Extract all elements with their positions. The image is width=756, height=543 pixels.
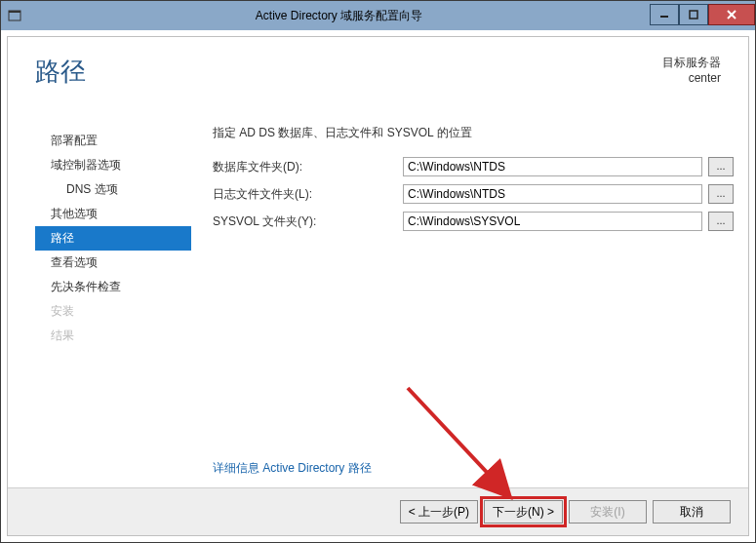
- target-server-label: 目标服务器: [662, 55, 721, 71]
- path-input[interactable]: [403, 157, 702, 176]
- sidebar-item: 安装: [35, 299, 191, 324]
- window-controls: [650, 5, 755, 26]
- page-title: 路径: [35, 55, 86, 89]
- svg-rect-1: [9, 11, 20, 13]
- path-input[interactable]: [403, 184, 702, 204]
- previous-button[interactable]: < 上一步(P): [400, 500, 478, 524]
- minimize-button[interactable]: [650, 4, 679, 25]
- next-button[interactable]: 下一步(N) >: [484, 500, 563, 524]
- sidebar-item[interactable]: 查看选项: [35, 251, 191, 275]
- window-title: Active Directory 域服务配置向导: [28, 8, 650, 24]
- browse-button[interactable]: ...: [708, 212, 734, 231]
- sidebar-item: 结果: [35, 324, 191, 348]
- field-row: 日志文件文件夹(L):...: [213, 184, 734, 204]
- target-server-block: 目标服务器 center: [662, 55, 721, 85]
- app-icon: [1, 1, 28, 30]
- field-row: 数据库文件夹(D):...: [213, 157, 734, 176]
- cancel-button[interactable]: 取消: [653, 500, 731, 524]
- fields-container: 数据库文件夹(D):...日志文件文件夹(L):...SYSVOL 文件夹(Y)…: [213, 157, 734, 231]
- instruction-text: 指定 AD DS 数据库、日志文件和 SYSVOL 的位置: [213, 125, 734, 141]
- sidebar-item[interactable]: 域控制器选项: [35, 153, 191, 177]
- sidebar-item[interactable]: DNS 选项: [35, 177, 191, 202]
- target-server-value: center: [662, 71, 721, 85]
- field-label: SYSVOL 文件夹(Y):: [213, 213, 403, 230]
- browse-button[interactable]: ...: [708, 157, 734, 176]
- more-info-link[interactable]: 详细信息 Active Directory 路径: [213, 460, 372, 477]
- svg-rect-3: [690, 11, 697, 19]
- sidebar-item[interactable]: 路径: [35, 226, 191, 251]
- layout: 部署配置域控制器选项DNS 选项其他选项路径查看选项先决条件检查安装结果 指定 …: [35, 125, 734, 477]
- install-button: 安装(I): [569, 500, 647, 524]
- field-label: 日志文件文件夹(L):: [213, 186, 403, 203]
- titlebar: Active Directory 域服务配置向导: [1, 1, 755, 30]
- header-row: 路径 目标服务器 center: [8, 37, 748, 89]
- sidebar-item[interactable]: 其他选项: [35, 202, 191, 226]
- field-label: 数据库文件夹(D):: [213, 159, 403, 175]
- sidebar-item[interactable]: 先决条件检查: [35, 275, 191, 299]
- content-pane: 指定 AD DS 数据库、日志文件和 SYSVOL 的位置 数据库文件夹(D):…: [191, 125, 734, 477]
- footer: < 上一步(P) 下一步(N) > 安装(I) 取消: [8, 487, 748, 535]
- wizard-window: Active Directory 域服务配置向导 路径 目标服务器 center: [0, 0, 756, 543]
- close-button[interactable]: [708, 4, 755, 25]
- wizard-body: 路径 目标服务器 center 部署配置域控制器选项DNS 选项其他选项路径查看…: [7, 36, 749, 536]
- sidebar: 部署配置域控制器选项DNS 选项其他选项路径查看选项先决条件检查安装结果: [35, 125, 191, 477]
- maximize-button[interactable]: [679, 4, 708, 25]
- sidebar-item[interactable]: 部署配置: [35, 129, 191, 153]
- path-input[interactable]: [403, 212, 702, 231]
- field-row: SYSVOL 文件夹(Y):...: [213, 212, 734, 231]
- browse-button[interactable]: ...: [708, 184, 734, 204]
